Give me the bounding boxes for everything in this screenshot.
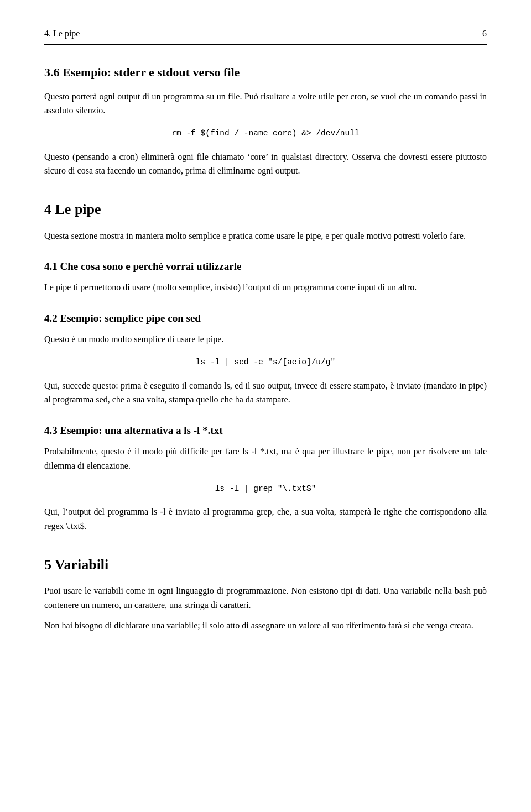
section-4-3-title: 4.3 Esempio: una alternativa a ls -l *.t…	[44, 422, 487, 439]
code-block-36: rm -f $(find / -name core) &> /dev/null	[44, 128, 487, 140]
header-right: 6	[482, 27, 487, 41]
chapter-4: 4 Le pipe Questa sezione mostra in manie…	[44, 198, 487, 243]
section-3-6-para-1: Questo porterà ogni output di un program…	[44, 90, 487, 118]
page: 4. Le pipe 6 3.6 Esempio: stderr e stdou…	[0, 0, 531, 812]
code-block-42: ls -l | sed -e "s/[aeio]/u/g"	[44, 357, 487, 369]
header-left: 4. Le pipe	[44, 27, 80, 41]
section-3-6: 3.6 Esempio: stderr e stdout verso file …	[44, 62, 487, 178]
section-4-1-para-1: Le pipe ti permettono di usare (molto se…	[44, 280, 487, 295]
section-4-1: 4.1 Che cosa sono e perché vorrai utiliz…	[44, 258, 487, 295]
chapter-5-para-1: Puoi usare le variabili come in ogni lin…	[44, 584, 487, 612]
code-block-43: ls -l | grep "\.txt$"	[44, 483, 487, 495]
chapter-4-title: 4 Le pipe	[44, 198, 487, 221]
section-4-3-para-2: Qui, l’output del programma ls -l è invi…	[44, 505, 487, 533]
section-4-2-para-1: Questo è un modo molto semplice di usare…	[44, 332, 487, 347]
chapter-4-intro: Questa sezione mostra in maniera molto s…	[44, 229, 487, 243]
section-4-1-title: 4.1 Che cosa sono e perché vorrai utiliz…	[44, 258, 487, 275]
section-4-3: 4.3 Esempio: una alternativa a ls -l *.t…	[44, 422, 487, 533]
page-header: 4. Le pipe 6	[44, 27, 487, 45]
chapter-5: 5 Variabili Puoi usare le variabili come…	[44, 553, 487, 633]
section-4-2: 4.2 Esempio: semplice pipe con sed Quest…	[44, 310, 487, 407]
section-3-6-para-2: Questo (pensando a cron) eliminerà ogni …	[44, 150, 487, 178]
section-4-3-para-1: Probabilmente, questo è il modo più diff…	[44, 444, 487, 473]
chapter-5-para-2: Non hai bisogno di dichiarare una variab…	[44, 619, 487, 633]
section-4-2-para-2: Qui, succede questo: prima è eseguito il…	[44, 379, 487, 407]
section-4-2-title: 4.2 Esempio: semplice pipe con sed	[44, 310, 487, 327]
chapter-5-title: 5 Variabili	[44, 553, 487, 577]
section-3-6-title: 3.6 Esempio: stderr e stdout verso file	[44, 62, 487, 82]
